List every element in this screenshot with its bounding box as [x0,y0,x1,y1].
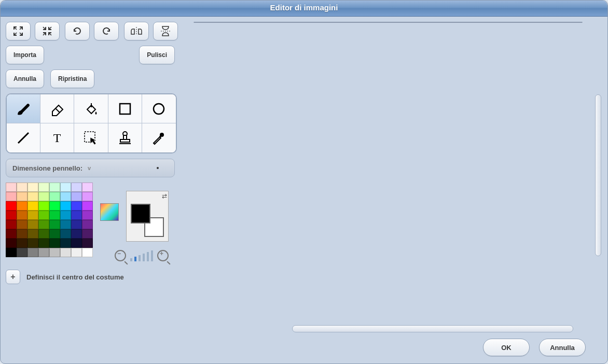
zoom-in-button[interactable]: + [157,250,169,261]
color-swatch[interactable] [27,192,38,201]
color-swatch[interactable] [71,229,82,239]
color-swatch[interactable] [17,201,27,211]
vertical-scrollbar[interactable] [594,22,602,321]
color-swatch[interactable] [82,201,93,211]
color-swatch[interactable] [6,201,17,211]
zoom-step[interactable] [130,258,132,261]
flip-vertical-button[interactable] [153,22,178,40]
color-swatch[interactable] [17,248,27,257]
color-swatch[interactable] [49,211,60,220]
color-swatch[interactable] [38,239,49,248]
color-swatch[interactable] [27,183,38,192]
shrink-button[interactable] [35,22,60,40]
color-swatch[interactable] [82,248,93,257]
set-center-button[interactable]: + [6,270,20,284]
zoom-out-button[interactable]: − [115,250,126,261]
color-swatch[interactable] [38,192,49,201]
color-swatch[interactable] [6,183,17,192]
color-swatch[interactable] [49,192,60,201]
color-swatch[interactable] [82,220,93,229]
color-swatch[interactable] [60,183,71,192]
color-swatch[interactable] [38,183,49,192]
tool-fill[interactable] [74,94,108,123]
color-swatch[interactable] [82,239,93,248]
clear-button[interactable]: Pulisci [139,46,175,64]
ok-button[interactable]: OK [483,339,530,356]
zoom-level-indicator[interactable] [130,250,153,261]
foreground-background-swap[interactable]: ⇄ [126,191,169,242]
color-picker-gradient[interactable] [100,203,119,221]
color-swatch[interactable] [17,220,27,229]
color-swatch[interactable] [38,201,49,211]
color-swatch[interactable] [60,220,71,229]
color-swatch[interactable] [6,239,17,248]
horizontal-scrollbar[interactable] [194,324,602,332]
horizontal-scroll-thumb[interactable] [292,325,573,332]
color-swatch[interactable] [6,220,17,229]
zoom-step[interactable] [151,250,153,261]
vertical-scroll-thumb[interactable] [595,94,601,256]
tool-eyedropper[interactable] [142,123,176,152]
import-button[interactable]: Importa [6,46,44,64]
color-swatch[interactable] [17,229,27,239]
color-swatch[interactable] [60,192,71,201]
color-swatch[interactable] [6,192,17,201]
tool-line[interactable] [7,123,40,152]
brush-size-selector[interactable]: Dimensione pennello: v [6,159,175,177]
color-swatch[interactable] [27,239,38,248]
zoom-step[interactable] [139,255,141,261]
color-swatch[interactable] [27,248,38,257]
color-swatch[interactable] [49,220,60,229]
color-swatch[interactable] [82,211,93,220]
color-swatch[interactable] [49,229,60,239]
color-swatch[interactable] [38,220,49,229]
foreground-color-swatch[interactable] [131,204,150,223]
color-swatch[interactable] [38,211,49,220]
flip-horizontal-button[interactable] [124,22,149,40]
color-swatch[interactable] [38,248,49,257]
grow-button[interactable] [6,22,31,40]
color-swatch[interactable] [71,192,82,201]
color-swatch[interactable] [17,183,27,192]
color-swatch[interactable] [82,229,93,239]
zoom-step[interactable] [147,252,149,261]
color-swatch[interactable] [27,229,38,239]
color-swatch[interactable] [82,192,93,201]
color-swatch[interactable] [6,211,17,220]
tool-text[interactable]: T [40,123,74,152]
color-swatch[interactable] [17,239,27,248]
color-swatch[interactable] [38,229,49,239]
zoom-step[interactable] [143,254,145,261]
color-swatch[interactable] [17,192,27,201]
color-swatch[interactable] [49,183,60,192]
color-swatch[interactable] [27,211,38,220]
color-swatch[interactable] [71,201,82,211]
color-swatch[interactable] [27,220,38,229]
color-swatch[interactable] [49,239,60,248]
tool-stamp[interactable] [108,123,142,152]
drawing-canvas[interactable] [194,22,583,23]
color-swatch[interactable] [60,239,71,248]
tool-rectangle[interactable] [108,94,142,123]
color-swatch[interactable] [60,201,71,211]
color-swatch[interactable] [17,211,27,220]
tool-select[interactable] [74,123,108,152]
rotate-ccw-button[interactable] [65,22,90,40]
rotate-cw-button[interactable] [94,22,119,40]
cancel-button[interactable]: Annulla [539,339,586,356]
color-swatch[interactable] [60,248,71,257]
color-swatch[interactable] [49,201,60,211]
color-swatch[interactable] [71,183,82,192]
undo-button[interactable]: Annulla [6,69,44,88]
tool-ellipse[interactable] [142,94,176,123]
color-swatch[interactable] [6,248,17,257]
color-swatch[interactable] [6,229,17,239]
color-swatch[interactable] [60,229,71,239]
color-swatch[interactable] [60,211,71,220]
color-swatch[interactable] [49,248,60,257]
color-swatch[interactable] [27,201,38,211]
color-swatch[interactable] [82,183,93,192]
color-swatch[interactable] [71,220,82,229]
color-swatch[interactable] [71,211,82,220]
color-swatch[interactable] [71,248,82,257]
